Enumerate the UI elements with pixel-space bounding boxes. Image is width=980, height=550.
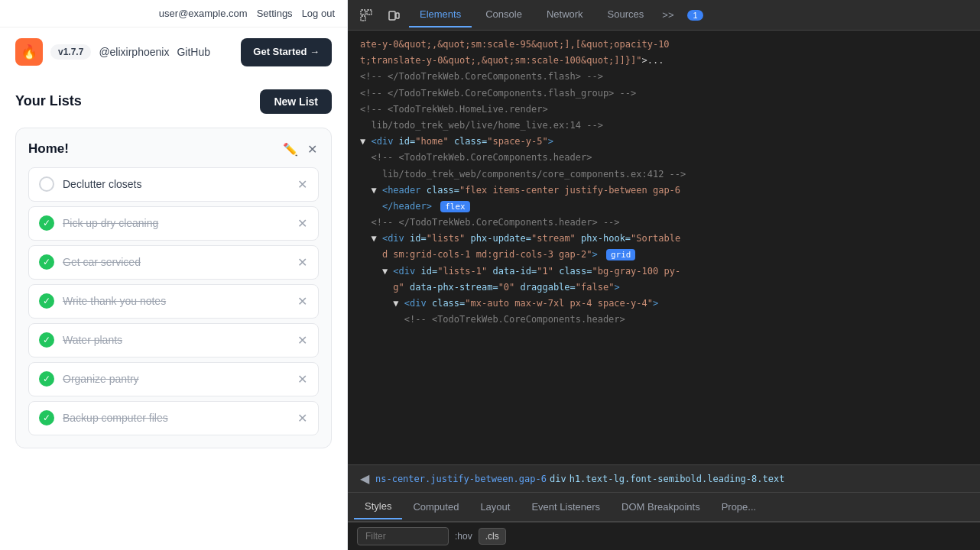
svg-rect-3: [389, 11, 395, 20]
delete-todo-1[interactable]: ✕: [296, 176, 309, 193]
svg-rect-2: [361, 16, 365, 21]
inspector-icon-button[interactable]: [354, 5, 378, 26]
todo-checkbox-4[interactable]: ✓: [38, 293, 55, 309]
todo-item: Declutter closets ✕: [28, 167, 319, 202]
logout-link[interactable]: Log out: [302, 8, 335, 19]
todo-item: ✓ Pick up dry cleaning ✕: [28, 206, 319, 241]
todo-checkbox-2[interactable]: ✓: [38, 215, 55, 231]
todo-checkbox-1[interactable]: [38, 176, 55, 192]
github-link[interactable]: GitHub: [177, 46, 210, 58]
todo-checkbox-3[interactable]: ✓: [38, 254, 55, 270]
delete-todo-7[interactable]: ✕: [296, 409, 309, 427]
code-line: lib/todo_trek_web/components/core_compon…: [348, 167, 980, 183]
code-editor[interactable]: ate-y-0&quot;,&quot;sm:scale-95&quot;],[…: [348, 31, 980, 464]
breadcrumb-text: ns-center.justify-between.gap-6: [375, 474, 547, 484]
settings-link[interactable]: Settings: [257, 8, 293, 19]
code-line: lib/todo_trek_web/live/home_live.ex:14 -…: [348, 118, 980, 134]
top-bar: user@example.com Settings Log out: [0, 0, 347, 28]
todo-text-2: Pick up dry cleaning: [63, 217, 288, 229]
bottom-tabs-bar: Styles Computed Layout Event Listeners D…: [348, 493, 980, 522]
handle-link[interactable]: @elixirphoenix: [99, 46, 169, 58]
todo-item: ✓ Get car serviced ✕: [28, 245, 319, 280]
tab-styles[interactable]: Styles: [354, 494, 402, 519]
devtools-toolbar: Elements Console Network Sources >> 1: [348, 0, 980, 31]
code-line: <!-- </TodoTrekWeb.CoreComponents.header…: [348, 215, 980, 231]
code-line: <!-- <TodoTrekWeb.CoreComponents.header>: [348, 150, 980, 166]
tab-computed[interactable]: Computed: [402, 495, 469, 519]
delete-todo-2[interactable]: ✕: [296, 215, 309, 232]
delete-todo-3[interactable]: ✕: [296, 254, 309, 271]
todo-text-6: Organize pantry: [63, 373, 288, 385]
tab-sources[interactable]: Sources: [597, 2, 655, 28]
tab-network[interactable]: Network: [536, 2, 594, 28]
code-line: ▼ <div class="mx-auto max-w-7xl px-4 spa…: [348, 296, 980, 312]
todo-text-1: Declutter closets: [63, 178, 288, 190]
todo-checkbox-5[interactable]: ✓: [38, 332, 55, 348]
tab-more-button[interactable]: >>: [657, 3, 678, 27]
device-toggle-button[interactable]: [381, 5, 406, 26]
todo-checkbox-6[interactable]: ✓: [38, 370, 55, 387]
tab-elements[interactable]: Elements: [409, 2, 472, 28]
svg-rect-4: [396, 13, 399, 18]
code-line: <!-- </TodoTrekWeb.CoreComponents.flash_…: [348, 86, 980, 102]
todo-checkbox-7[interactable]: ✓: [38, 409, 55, 426]
svg-rect-0: [361, 10, 365, 15]
user-email: user@example.com: [159, 8, 248, 19]
code-line: ▼ <div id="lists" phx-update="stream" ph…: [348, 231, 980, 247]
filter-pseudo-label: :hov: [455, 531, 472, 542]
notification-badge: 1: [687, 10, 703, 21]
list-card-header: Home! ✏️ ✕: [28, 141, 319, 158]
filter-bar: :hov .cls: [348, 522, 980, 550]
devtools-panel: Elements Console Network Sources >> 1 at…: [348, 0, 980, 550]
tab-properties[interactable]: Prope...: [711, 495, 767, 519]
left-panel: user@example.com Settings Log out 🔥 v1.7…: [0, 0, 348, 550]
tab-layout[interactable]: Layout: [469, 495, 521, 519]
tab-event-listeners[interactable]: Event Listeners: [521, 495, 611, 519]
breadcrumb-h1: h1.text-lg.font-semibold.leading-8.text: [570, 474, 785, 484]
delete-todo-4[interactable]: ✕: [296, 293, 309, 310]
version-badge: v1.7.7: [50, 44, 91, 60]
code-line: ▼ <div id="home" class="space-y-5">: [348, 134, 980, 150]
todo-item: ✓ Organize pantry ✕: [28, 362, 319, 396]
breadcrumb-back-button[interactable]: ◀: [357, 468, 372, 489]
lists-title: Your Lists: [15, 93, 82, 109]
code-line: ▼ <header class="flex items-center justi…: [348, 183, 980, 199]
svg-rect-1: [367, 10, 372, 15]
app-logo: 🔥: [15, 38, 43, 66]
code-line: g" data-phx-stream="0" draggable="false"…: [348, 280, 980, 296]
code-line: d sm:grid-cols-1 md:grid-cols-3 gap-2"> …: [348, 247, 980, 263]
delete-list-button[interactable]: ✕: [306, 141, 319, 158]
code-line: <!-- <TodoTrekWeb.CoreComponents.header>: [348, 312, 980, 328]
code-line: <!-- </TodoTrekWeb.CoreComponents.flash>…: [348, 69, 980, 85]
list-card-title: Home!: [28, 141, 69, 157]
todo-text-7: Backup computer files: [63, 412, 288, 424]
todo-text-3: Get car serviced: [63, 256, 288, 268]
list-card-home: Home! ✏️ ✕ Declutter closets ✕: [15, 128, 332, 448]
edit-list-button[interactable]: ✏️: [281, 141, 300, 158]
main-content: Your Lists New List Home! ✏️ ✕ Declutter: [0, 77, 347, 550]
todo-list: Declutter closets ✕ ✓ Pick up dry cleani…: [28, 167, 319, 435]
filter-cls-button[interactable]: .cls: [479, 528, 506, 545]
code-line: ▼ <div id="lists-1" data-id="1" class="b…: [348, 264, 980, 280]
filter-input[interactable]: [357, 527, 449, 545]
get-started-button[interactable]: Get Started →: [241, 38, 332, 66]
code-line: ate-y-0&quot;,&quot;sm:scale-95&quot;],[…: [348, 37, 980, 53]
todo-text-4: Write thank you notes: [63, 295, 288, 307]
tab-console[interactable]: Console: [475, 2, 533, 28]
todo-item: ✓ Backup computer files ✕: [28, 401, 319, 435]
delete-todo-5[interactable]: ✕: [296, 332, 309, 349]
new-list-button[interactable]: New List: [260, 89, 332, 114]
breadcrumb-bar: ◀ ns-center.justify-between.gap-6 div h1…: [348, 464, 980, 493]
logo-bar: 🔥 v1.7.7 @elixirphoenix GitHub Get Start…: [0, 28, 347, 77]
todo-item: ✓ Write thank you notes ✕: [28, 284, 319, 319]
list-card-actions: ✏️ ✕: [281, 141, 319, 158]
todo-item: ✓ Water plants ✕: [28, 323, 319, 358]
lists-header: Your Lists New List: [15, 89, 332, 114]
code-line: </header> flex: [348, 199, 980, 215]
todo-text-5: Water plants: [63, 334, 288, 346]
breadcrumb-div: div: [550, 474, 566, 484]
code-line: t;translate-y-0&quot;,&quot;sm:scale-100…: [348, 53, 980, 69]
delete-todo-6[interactable]: ✕: [296, 370, 309, 388]
tab-dom-breakpoints[interactable]: DOM Breakpoints: [611, 495, 711, 519]
code-line: <!-- <TodoTrekWeb.HomeLive.render>: [348, 102, 980, 118]
